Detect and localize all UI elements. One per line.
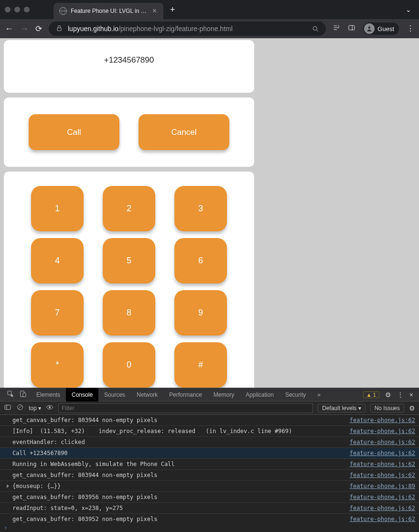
devtools-tab-elements[interactable]: Elements — [31, 388, 66, 402]
cancel-button[interactable]: Cancel — [139, 114, 229, 150]
page-gutter — [258, 38, 412, 388]
device-toggle-icon[interactable] — [19, 390, 27, 399]
inspect-element-icon[interactable] — [7, 390, 14, 399]
expand-triangle-icon[interactable] — [7, 484, 9, 488]
console-log-row[interactable]: [Info] (11.583, +32) indev_proc_release:… — [0, 426, 419, 437]
tab-overflow[interactable]: ⌄ — [406, 5, 414, 14]
devtools-tab-memory[interactable]: Memory — [208, 388, 240, 402]
log-source-link[interactable]: feature-phone.js:89 — [345, 482, 415, 490]
devtools-tab-network[interactable]: Network — [131, 388, 163, 402]
guest-label: Guest — [377, 25, 394, 33]
keypad-key-1[interactable]: 1 — [31, 186, 84, 231]
keypad-key-9[interactable]: 9 — [174, 290, 227, 336]
globe-icon — [59, 7, 67, 15]
log-message: eventHandler: clicked — [12, 438, 345, 446]
keypad-key-7[interactable]: 7 — [31, 290, 84, 336]
forward-button[interactable]: → — [20, 24, 29, 34]
call-button[interactable]: Call — [29, 114, 119, 150]
toolbar-icons: Guest ⋮ — [333, 22, 414, 35]
log-message: get_canvas_buffer: 803952 non-empty pixe… — [12, 515, 345, 523]
page-scrollbar[interactable] — [412, 38, 419, 388]
console-settings-icon[interactable]: ⚙ — [409, 404, 415, 412]
console-log-row[interactable]: Call +1234567890feature-phone.js:62 — [0, 448, 419, 459]
console-log-row[interactable]: get_canvas_buffer: 803952 non-empty pixe… — [0, 514, 419, 523]
log-message: get_canvas_buffer: 803944 non-empty pixe… — [12, 471, 345, 479]
console-log-row[interactable]: eventHandler: clickedfeature-phone.js:62 — [0, 437, 419, 448]
svg-point-1 — [313, 26, 317, 30]
log-source-link[interactable]: feature-phone.js:62 — [345, 416, 415, 424]
warning-badge[interactable]: ▲ 1 — [363, 391, 379, 398]
url-host: lupyuen.github.io — [68, 25, 118, 33]
svg-point-9 — [49, 406, 51, 408]
console-log-row[interactable]: get_canvas_buffer: 803944 non-empty pixe… — [0, 415, 419, 426]
log-source-link[interactable]: feature-phone.js:62 — [345, 504, 415, 512]
console-prompt[interactable]: › — [0, 523, 419, 532]
log-message: Call +1234567890 — [12, 449, 345, 457]
tab-close-icon[interactable]: × — [151, 7, 158, 15]
log-message: {mouseup: {…}} — [12, 482, 345, 490]
browser-menu-icon[interactable]: ⋮ — [407, 25, 414, 33]
console-log-row[interactable]: get_canvas_buffer: 803956 non-empty pixe… — [0, 492, 419, 503]
window-maximize-icon[interactable] — [24, 7, 30, 12]
devtools-menu-icon[interactable]: ⋮ — [397, 391, 404, 399]
svg-point-3 — [368, 26, 371, 29]
reader-mode-icon[interactable] — [333, 24, 340, 33]
log-source-link[interactable]: feature-phone.js:62 — [345, 438, 415, 446]
devtools-tab-security[interactable]: Security — [279, 388, 312, 402]
window-close-icon[interactable] — [5, 7, 11, 12]
devtools-inspect-controls — [3, 390, 31, 399]
log-source-link[interactable]: feature-phone.js:62 — [345, 493, 415, 501]
clear-console-icon[interactable] — [16, 403, 24, 413]
keypad-key-hash[interactable]: # — [174, 342, 227, 388]
reload-button[interactable]: ⟳ — [35, 24, 42, 34]
devtools-tab-console[interactable]: Console — [66, 388, 98, 402]
log-source-link[interactable]: feature-phone.js:62 — [345, 515, 415, 523]
keypad-key-0[interactable]: 0 — [103, 342, 155, 388]
devtools-close-icon[interactable]: × — [409, 391, 413, 399]
devtools-tab-application[interactable]: Application — [240, 388, 279, 402]
panel-icon[interactable] — [348, 24, 355, 33]
keypad-key-3[interactable]: 3 — [174, 186, 227, 231]
keypad-key-6[interactable]: 6 — [174, 238, 227, 283]
console-toolbar: top ▾ Default levels ▾ No Issues ⚙ — [0, 402, 419, 415]
window-controls — [5, 7, 30, 12]
console-filter-input[interactable] — [58, 403, 313, 413]
devtools-tab-performance[interactable]: Performance — [163, 388, 208, 402]
svg-rect-2 — [349, 25, 355, 30]
dialed-number: +1234567890 — [104, 55, 154, 65]
back-button[interactable]: ← — [5, 24, 13, 34]
keypad-key-8[interactable]: 8 — [103, 290, 155, 336]
search-in-page-icon[interactable] — [312, 25, 319, 33]
address-bar: ← → ⟳ lupyuen.github.io/pinephone-lvgl-z… — [0, 19, 419, 38]
devtools-tab-bar: ElementsConsoleSourcesNetworkPerformance… — [0, 388, 419, 402]
devtools-tabs-overflow[interactable]: » — [312, 388, 326, 402]
console-log-row[interactable]: Running in WebAssembly, simulate the Pho… — [0, 459, 419, 470]
console-context-selector[interactable]: top ▾ — [29, 405, 41, 412]
console-log-row[interactable]: {mouseup: {…}}feature-phone.js:89 — [0, 481, 419, 492]
keypad-key-5[interactable]: 5 — [103, 238, 155, 283]
log-source-link[interactable]: feature-phone.js:62 — [345, 427, 415, 435]
log-source-link[interactable]: feature-phone.js:62 — [345, 449, 415, 457]
keypad-key-star[interactable]: * — [31, 342, 84, 388]
devtools-tab-sources[interactable]: Sources — [98, 388, 131, 402]
profile-chip[interactable]: Guest — [363, 22, 399, 35]
browser-tab[interactable]: Feature Phone UI: LVGL in Web × — [54, 3, 163, 19]
keypad-key-2[interactable]: 2 — [103, 186, 155, 231]
new-tab-button[interactable]: + — [170, 5, 175, 15]
issues-button[interactable]: No Issues — [370, 404, 404, 413]
console-log-list: get_canvas_buffer: 803944 non-empty pixe… — [0, 415, 419, 523]
omnibox[interactable]: lupyuen.github.io/pinephone-lvgl-zig/fea… — [49, 22, 326, 36]
console-sidebar-toggle-icon[interactable] — [4, 403, 11, 413]
log-levels-selector[interactable]: Default levels ▾ — [318, 404, 365, 413]
url-text: lupyuen.github.io/pinephone-lvgl-zig/fea… — [68, 25, 233, 33]
live-expression-icon[interactable] — [46, 403, 54, 413]
window-minimize-icon[interactable] — [14, 7, 20, 12]
display-panel: +1234567890 — [4, 40, 254, 93]
keypad-key-4[interactable]: 4 — [31, 238, 84, 283]
svg-rect-0 — [57, 28, 61, 31]
log-source-link[interactable]: feature-phone.js:62 — [345, 460, 415, 468]
console-log-row[interactable]: readInput: state=0, x=238, y=275feature-… — [0, 503, 419, 514]
log-source-link[interactable]: feature-phone.js:62 — [345, 471, 415, 479]
devtools-settings-icon[interactable]: ⚙ — [385, 391, 391, 399]
console-log-row[interactable]: get_canvas_buffer: 803944 non-empty pixe… — [0, 470, 419, 481]
